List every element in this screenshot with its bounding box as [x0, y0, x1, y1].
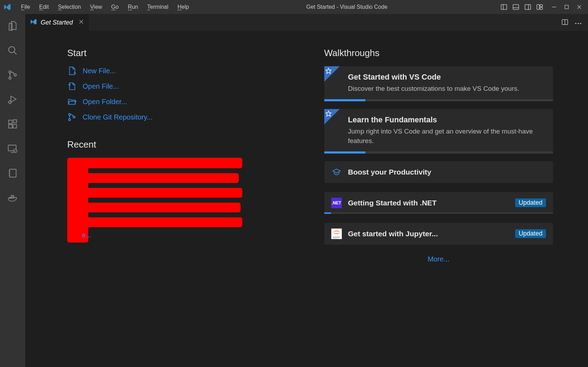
extensions-icon[interactable]: [6, 117, 20, 131]
layout-controls: [500, 4, 543, 11]
menu-selection[interactable]: SSelectionelection: [54, 2, 85, 12]
close-button[interactable]: [577, 5, 582, 9]
card-progress: [324, 99, 553, 101]
open-folder-icon: [67, 97, 76, 106]
minimize-button[interactable]: [552, 5, 556, 9]
get-started-content: Start New File... Open File... Open Fold…: [25, 31, 588, 367]
remote-explorer-icon[interactable]: [6, 142, 20, 156]
card-title: Get started with Jupyter...: [348, 230, 509, 238]
card-boost-productivity[interactable]: Boost your Productivity: [324, 161, 553, 183]
mortarboard-icon: [331, 167, 342, 177]
menu-go[interactable]: GGoo: [107, 2, 123, 12]
svg-rect-0: [501, 5, 507, 9]
menu-view[interactable]: VViewiew: [86, 2, 106, 12]
walkthroughs-more-link[interactable]: More...: [324, 255, 553, 263]
recent-heading: Recent: [67, 139, 296, 150]
new-file-icon: [67, 66, 76, 75]
svg-rect-8: [540, 7, 542, 9]
docker-icon[interactable]: [6, 191, 20, 205]
card-get-started-vscode[interactable]: Get Started with VS Code Discover the be…: [324, 66, 553, 100]
toggle-primary-sidebar-icon[interactable]: [500, 4, 507, 11]
card-progress: [324, 151, 553, 154]
svg-line-14: [14, 52, 17, 55]
maximize-button[interactable]: [564, 5, 569, 9]
svg-rect-4: [525, 5, 531, 9]
source-control-icon[interactable]: [6, 68, 20, 82]
svg-rect-37: [13, 195, 14, 197]
more-actions-icon[interactable]: [575, 20, 582, 26]
menu-help[interactable]: HHelpelp: [173, 2, 193, 12]
menu-edit[interactable]: EEditdit: [35, 2, 53, 12]
svg-rect-2: [513, 5, 519, 9]
menu-run[interactable]: RRunun: [124, 2, 142, 12]
dotnet-icon: .NET: [331, 198, 342, 208]
svg-point-50: [73, 116, 75, 118]
explorer-icon[interactable]: [6, 19, 20, 33]
tabs-bar: Get Started: [25, 14, 588, 31]
start-clone-repo[interactable]: Clone Git Repository...: [67, 113, 296, 122]
card-title: Learn the Fundamentals: [348, 115, 545, 124]
git-clone-icon: [67, 113, 76, 122]
card-title: Getting Started with .NET: [348, 199, 509, 207]
svg-point-42: [575, 23, 576, 24]
window-controls: [548, 5, 585, 9]
card-dotnet[interactable]: .NET Getting Started with .NET Updated: [324, 192, 553, 214]
card-title: Boost your Productivity: [348, 168, 546, 176]
start-new-file[interactable]: New File...: [67, 66, 296, 75]
card-title: Get Started with VS Code: [348, 73, 545, 82]
editor-main: Get Started Start New File...: [25, 14, 588, 367]
start-open-folder[interactable]: Open Folder...: [67, 97, 296, 106]
star-badge-icon: [324, 66, 340, 82]
run-debug-icon[interactable]: [6, 93, 20, 107]
customize-layout-icon[interactable]: [536, 4, 543, 11]
tab-get-started[interactable]: Get Started: [25, 14, 89, 31]
svg-rect-6: [537, 5, 539, 9]
svg-rect-22: [9, 120, 12, 124]
svg-point-16: [9, 77, 11, 79]
svg-point-13: [9, 47, 15, 53]
toggle-secondary-sidebar-icon[interactable]: [524, 4, 531, 11]
notebook-icon[interactable]: [6, 166, 20, 180]
svg-rect-24: [13, 124, 16, 128]
menu-file[interactable]: FFileile: [17, 2, 34, 12]
svg-rect-7: [540, 5, 542, 7]
start-item-label: Open Folder...: [83, 98, 127, 106]
recent-more-link[interactable]: e...: [82, 231, 91, 239]
card-description: Discover the best customizations to make…: [348, 84, 545, 94]
svg-rect-10: [565, 5, 568, 9]
start-item-label: Open File...: [83, 82, 119, 90]
window-title: Get Started - Visual Studio Code: [193, 4, 500, 10]
menu-terminal[interactable]: TTerminalerminal: [143, 2, 172, 12]
jupyter-icon: jupyter: [331, 229, 342, 239]
vscode-logo-icon: [3, 2, 12, 12]
tab-label: Get Started: [41, 19, 73, 26]
recent-list-redacted: e...: [67, 158, 296, 245]
activity-bar: [0, 14, 25, 367]
start-item-label: Clone Git Repository...: [83, 113, 153, 121]
tab-close-icon[interactable]: [78, 19, 84, 26]
start-open-file[interactable]: Open File...: [67, 82, 296, 91]
svg-point-15: [9, 71, 11, 73]
svg-point-17: [14, 74, 16, 76]
toggle-panel-icon[interactable]: [512, 4, 519, 11]
svg-point-49: [69, 119, 70, 121]
svg-marker-18: [11, 96, 16, 102]
card-description: Jump right into VS Code and get an overv…: [348, 127, 545, 146]
split-editor-icon[interactable]: [561, 19, 568, 27]
svg-marker-51: [326, 68, 331, 74]
svg-point-44: [580, 23, 581, 24]
card-progress: [324, 212, 553, 214]
svg-rect-23: [9, 124, 12, 128]
menubar: FFileile EEditdit SSelectionelection VVi…: [17, 2, 193, 12]
titlebar: FFileile EEditdit SSelectionelection VVi…: [0, 0, 588, 14]
svg-point-43: [577, 23, 579, 24]
updated-badge: Updated: [515, 229, 546, 238]
svg-rect-36: [11, 195, 12, 197]
card-learn-fundamentals[interactable]: Learn the Fundamentals Jump right into V…: [324, 109, 553, 152]
start-item-label: New File...: [83, 67, 116, 75]
start-heading: Start: [67, 48, 296, 59]
updated-badge: Updated: [515, 198, 546, 207]
card-jupyter[interactable]: jupyter Get started with Jupyter... Upda…: [324, 223, 553, 245]
svg-rect-25: [14, 120, 17, 123]
search-icon[interactable]: [6, 43, 20, 57]
